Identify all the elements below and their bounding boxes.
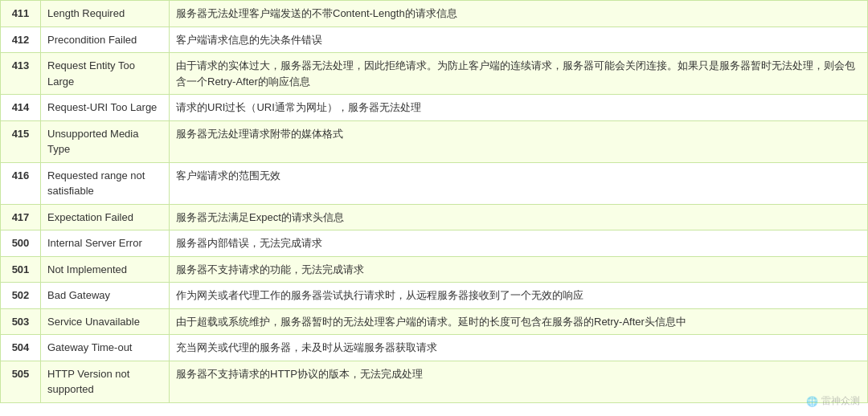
status-desc: 由于请求的实体过大，服务器无法处理，因此拒绝请求。为防止客户端的连续请求，服务器… <box>170 53 868 95</box>
table-row: 502Bad Gateway作为网关或者代理工作的服务器尝试执行请求时，从远程服… <box>1 283 868 309</box>
status-name: Service Unavailable <box>41 308 170 335</box>
status-code: 502 <box>1 283 41 309</box>
status-code: 417 <box>1 204 41 230</box>
status-name: HTTP Version not supported <box>41 361 170 402</box>
status-name: Precondition Failed <box>41 27 170 53</box>
status-desc: 服务器不支持请求的功能，无法完成请求 <box>170 256 868 283</box>
status-name: Expectation Failed <box>41 204 170 230</box>
status-code: 503 <box>1 308 41 335</box>
table-row: 413Request Entity Too Large由于请求的实体过大，服务器… <box>1 53 868 95</box>
table-row: 504Gateway Time-out充当网关或代理的服务器，未及时从远端服务器… <box>1 335 868 361</box>
status-desc: 充当网关或代理的服务器，未及时从远端服务器获取请求 <box>170 335 868 361</box>
status-desc: 服务器无法处理客户端发送的不带Content-Length的请求信息 <box>170 1 868 27</box>
status-code: 411 <box>1 1 41 27</box>
table-row: 505HTTP Version not supported服务器不支持请求的HT… <box>1 361 868 402</box>
status-code: 500 <box>1 230 41 257</box>
status-desc: 作为网关或者代理工作的服务器尝试执行请求时，从远程服务器接收到了一个无效的响应 <box>170 283 868 309</box>
status-desc: 客户端请求的范围无效 <box>170 162 868 204</box>
http-status-table: 411Length Required服务器无法处理客户端发送的不带Content… <box>0 0 868 403</box>
status-name: Internal Server Error <box>41 230 170 257</box>
status-code: 412 <box>1 27 41 53</box>
table-row: 416Requested range not satisfiable客户端请求的… <box>1 162 868 204</box>
status-name: Unsupported Media Type <box>41 120 170 162</box>
status-desc: 请求的URI过长（URI通常为网址），服务器无法处理 <box>170 95 868 121</box>
watermark: 🌐 雷神众测 <box>806 394 860 403</box>
table-row: 415Unsupported Media Type服务器无法处理请求附带的媒体格… <box>1 120 868 162</box>
table-row: 414Request-URI Too Large请求的URI过长（URI通常为网… <box>1 95 868 121</box>
status-desc: 服务器不支持请求的HTTP协议的版本，无法完成处理 <box>170 361 868 402</box>
status-name: Length Required <box>41 1 170 27</box>
status-name: Not Implemented <box>41 256 170 283</box>
status-code: 415 <box>1 120 41 162</box>
table-row: 501Not Implemented服务器不支持请求的功能，无法完成请求 <box>1 256 868 283</box>
status-name: Request-URI Too Large <box>41 95 170 121</box>
status-name: Requested range not satisfiable <box>41 162 170 204</box>
status-code: 504 <box>1 335 41 361</box>
watermark-text: 雷神众测 <box>821 394 860 403</box>
status-code: 413 <box>1 53 41 95</box>
table-row: 412Precondition Failed客户端请求信息的先决条件错误 <box>1 27 868 53</box>
status-name: Request Entity Too Large <box>41 53 170 95</box>
status-name: Gateway Time-out <box>41 335 170 361</box>
status-desc: 服务器无法处理请求附带的媒体格式 <box>170 120 868 162</box>
status-name: Bad Gateway <box>41 283 170 309</box>
watermark-icon: 🌐 <box>806 396 818 403</box>
table-row: 411Length Required服务器无法处理客户端发送的不带Content… <box>1 1 868 27</box>
table-row: 503Service Unavailable由于超载或系统维护，服务器暂时的无法… <box>1 308 868 335</box>
table-row: 500Internal Server Error服务器内部错误，无法完成请求 <box>1 230 868 257</box>
status-code: 501 <box>1 256 41 283</box>
status-code: 416 <box>1 162 41 204</box>
status-desc: 客户端请求信息的先决条件错误 <box>170 27 868 53</box>
table-row: 417Expectation Failed服务器无法满足Expect的请求头信息 <box>1 204 868 230</box>
status-desc: 服务器内部错误，无法完成请求 <box>170 230 868 257</box>
status-desc: 服务器无法满足Expect的请求头信息 <box>170 204 868 230</box>
status-code: 414 <box>1 95 41 121</box>
status-code: 505 <box>1 361 41 402</box>
status-desc: 由于超载或系统维护，服务器暂时的无法处理客户端的请求。延时的长度可包含在服务器的… <box>170 308 868 335</box>
